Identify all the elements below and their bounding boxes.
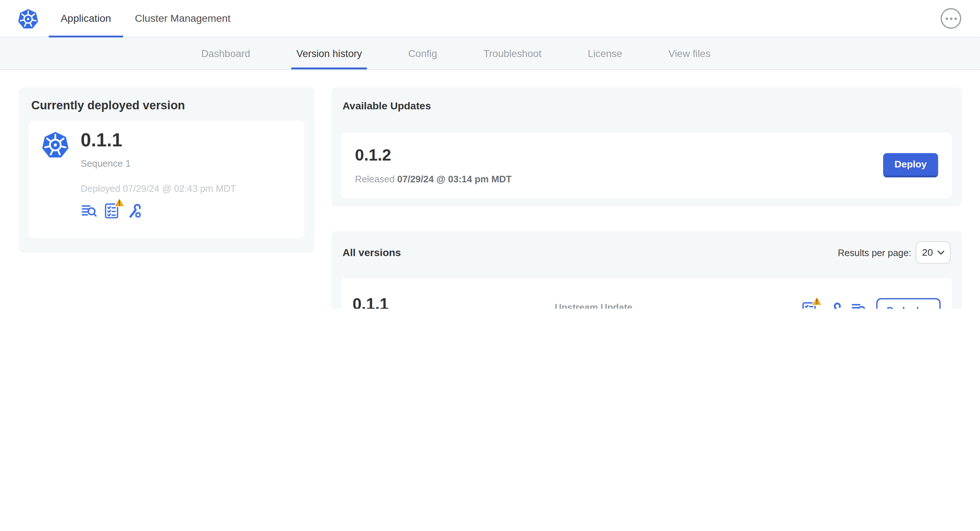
kubernetes-app-icon — [41, 131, 69, 159]
chevron-down-icon — [937, 250, 944, 254]
redeploy-button[interactable]: Redeploy — [876, 298, 940, 309]
all-versions-card: All versions Results per page: 20 0.1.1 … — [331, 231, 962, 309]
tab-troubleshoot[interactable]: Troubleshoot — [478, 37, 546, 69]
warning-triangle-icon — [114, 197, 125, 207]
more-menu-button[interactable] — [941, 8, 961, 29]
top-header: Application Cluster Management — [0, 0, 980, 37]
update-item: 0.1.2 Released 07/29/24 @ 03:14 pm MDT D… — [341, 133, 952, 198]
tab-application-label: Application — [60, 12, 111, 24]
preflight-checks-icon[interactable] — [103, 202, 120, 219]
preflight-checks-icon[interactable] — [800, 301, 817, 309]
tab-view-files[interactable]: View files — [663, 37, 715, 69]
deployed-version-number: 0.1.1 — [81, 129, 236, 150]
results-per-page-label: Results per page: — [838, 247, 911, 258]
currently-deployed-card: Currently deployed version 0.1.1 Sequenc… — [19, 87, 315, 253]
ellipsis-icon — [945, 17, 948, 20]
deployed-sequence: Sequence 1 — [81, 158, 236, 169]
deployed-timestamp: Deployed 07/29/24 @ 02:43 pm MDT — [81, 183, 236, 194]
tab-config[interactable]: Config — [403, 37, 442, 69]
available-updates-title: Available Updates — [342, 100, 952, 112]
app-window: Application Cluster Management Dashboard… — [0, 0, 980, 309]
results-per-page-value: 20 — [922, 247, 933, 258]
tab-dashboard[interactable]: Dashboard — [196, 37, 255, 69]
all-versions-title: All versions — [342, 246, 401, 259]
update-released-timestamp: 07/29/24 @ 03:14 pm MDT — [398, 173, 512, 184]
currently-deployed-inner-card: 0.1.1 Sequence 1 Deployed 07/29/24 @ 02:… — [29, 121, 304, 238]
config-wrench-icon[interactable] — [126, 202, 142, 219]
secondary-nav: Dashboard Version history Config Trouble… — [0, 37, 980, 70]
view-logs-icon[interactable] — [81, 202, 97, 219]
tab-version-history[interactable]: Version history — [291, 37, 367, 69]
kubernetes-logo — [18, 8, 39, 29]
tab-license[interactable]: License — [582, 37, 627, 69]
app-level-tabs: Application Cluster Management — [49, 0, 242, 37]
available-updates-card: Available Updates 0.1.2 Released 07/29/2… — [331, 87, 962, 206]
deploy-button[interactable]: Deploy — [883, 153, 938, 178]
tab-application[interactable]: Application — [49, 0, 123, 37]
tab-cluster-management[interactable]: Cluster Management — [123, 0, 243, 37]
warning-triangle-icon — [811, 295, 822, 306]
version-row: 0.1.1 Sequence 1 1 files changed View di… — [341, 278, 952, 309]
update-version-number: 0.1.2 — [355, 146, 511, 165]
version-source: Upstream Update — [555, 302, 632, 309]
results-per-page-select[interactable]: 20 — [916, 241, 951, 264]
view-logs-icon[interactable] — [851, 301, 867, 309]
row-version-number: 0.1.1 — [352, 294, 555, 309]
config-wrench-icon[interactable] — [826, 301, 842, 309]
currently-deployed-title: Currently deployed version — [31, 99, 304, 113]
update-released-line: Released 07/29/24 @ 03:14 pm MDT — [355, 173, 511, 184]
tab-cluster-management-label: Cluster Management — [135, 12, 231, 24]
main-content: Currently deployed version 0.1.1 Sequenc… — [0, 70, 980, 309]
